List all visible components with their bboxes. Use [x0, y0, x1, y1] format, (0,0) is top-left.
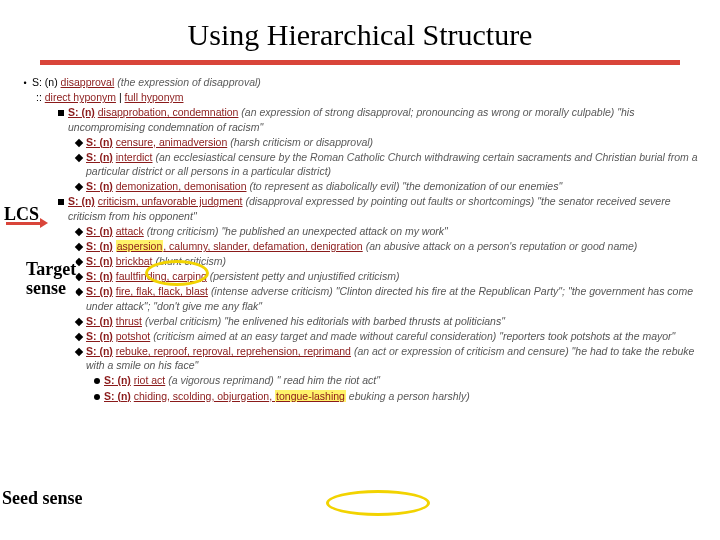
- entry-brickbat: S: (n) brickbat (blunt criticism): [72, 254, 702, 268]
- s-link[interactable]: S: (n): [86, 240, 113, 252]
- synset-terms[interactable]: chiding, scolding, objurgation, tongue-l…: [134, 390, 346, 402]
- entry-chiding: S: (n) chiding, scolding, objurgation, t…: [90, 389, 702, 403]
- entry-attack: S: (n) attack (trong criticism) "he publ…: [72, 224, 702, 238]
- s-label: S: (n): [32, 76, 58, 88]
- s-link[interactable]: S: (n): [86, 136, 113, 148]
- entry-thrust: S: (n) thrust (verbal criticism) "he enl…: [72, 314, 702, 328]
- wordnet-tree: • S: (n) disapproval (the expression of …: [18, 75, 702, 403]
- entry-censure: S: (n) censure, animadversion (harsh cri…: [72, 135, 702, 149]
- synset-terms[interactable]: riot act: [134, 374, 166, 386]
- s-link[interactable]: S: (n): [68, 106, 95, 118]
- root-gloss: (the expression of disapproval): [117, 76, 261, 88]
- root-entry: • S: (n) disapproval (the expression of …: [18, 75, 702, 89]
- title-rule: [40, 60, 680, 65]
- s-link[interactable]: S: (n): [86, 225, 113, 237]
- entry-demonization: S: (n) demonization, demonisation (to re…: [72, 179, 702, 193]
- entry-potshot: S: (n) potshot (criticism aimed at an ea…: [72, 329, 702, 343]
- entry-interdict: S: (n) interdict (an ecclesiastical cens…: [72, 150, 702, 178]
- synset-terms[interactable]: rebuke, reproof, reproval, reprehension,…: [116, 345, 351, 357]
- slide-title: Using Hierarchical Structure: [0, 18, 720, 52]
- seed-sense-annotation: Seed sense: [2, 488, 83, 509]
- entry-fire: S: (n) fire, flak, flack, blast (intense…: [72, 284, 702, 312]
- full-hyponym-link[interactable]: full hyponym: [125, 90, 184, 104]
- synset-terms[interactable]: thrust: [116, 315, 142, 327]
- synset-terms[interactable]: demonization, demonisation: [116, 180, 247, 192]
- synset-terms[interactable]: brickbat: [116, 255, 153, 267]
- synset-terms[interactable]: faultfinding, carping: [116, 270, 207, 282]
- s-link[interactable]: S: (n): [86, 151, 113, 163]
- s-link[interactable]: S: (n): [86, 285, 113, 297]
- colon: ::: [36, 90, 42, 104]
- aspersion-head[interactable]: aspersion: [116, 240, 164, 252]
- direct-hyponym-link[interactable]: direct hyponym: [45, 90, 116, 104]
- entry-criticism: S: (n) criticism, unfavorable judgment (…: [54, 194, 702, 222]
- entry-faultfinding: S: (n) faultfinding, carping (persistent…: [72, 269, 702, 283]
- s-link[interactable]: S: (n): [68, 195, 95, 207]
- synset-terms[interactable]: disapprobation, condemnation: [98, 106, 239, 118]
- target-sense-annotation: Targetsense: [26, 260, 76, 298]
- hyponym-links: :: direct hyponym | full hyponym: [36, 90, 702, 104]
- synset-terms[interactable]: fire, flak, flack, blast: [116, 285, 208, 297]
- synset-terms[interactable]: interdict: [116, 151, 153, 163]
- entry-aspersion: S: (n) aspersion, calumny, slander, defa…: [72, 239, 702, 253]
- seed-circle-icon: [326, 490, 430, 516]
- entry-rebuke: S: (n) rebuke, reproof, reproval, repreh…: [72, 344, 702, 372]
- attack-headword[interactable]: attack: [116, 225, 144, 237]
- s-link[interactable]: S: (n): [86, 315, 113, 327]
- lcs-arrow-icon: [6, 222, 42, 225]
- entry-riotact: S: (n) riot act (a vigorous reprimand) "…: [90, 373, 702, 387]
- separator: |: [119, 90, 122, 104]
- s-link[interactable]: S: (n): [86, 270, 113, 282]
- s-link[interactable]: S: (n): [104, 390, 131, 402]
- s-link[interactable]: S: (n): [86, 255, 113, 267]
- root-headword[interactable]: disapproval: [61, 76, 115, 88]
- s-link[interactable]: S: (n): [86, 180, 113, 192]
- synset-terms[interactable]: potshot: [116, 330, 150, 342]
- s-link[interactable]: S: (n): [104, 374, 131, 386]
- slide: Using Hierarchical Structure • S: (n) di…: [0, 18, 720, 540]
- s-link[interactable]: S: (n): [86, 345, 113, 357]
- s-link[interactable]: S: (n): [86, 330, 113, 342]
- entry-disapprobation: S: (n) disapprobation, condemnation (an …: [54, 105, 702, 133]
- synset-terms[interactable]: censure, animadversion: [116, 136, 227, 148]
- synset-terms[interactable]: criticism, unfavorable judgment: [98, 195, 243, 207]
